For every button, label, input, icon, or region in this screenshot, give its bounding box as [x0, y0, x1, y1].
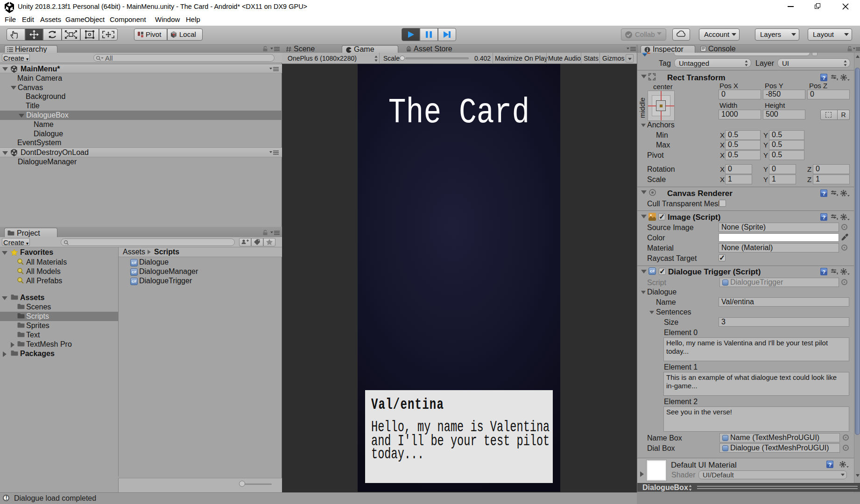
svg-text:?: ?	[822, 215, 825, 220]
svg-text:?: ?	[822, 191, 825, 196]
svg-text:?: ?	[828, 462, 832, 468]
svg-text:?: ?	[822, 75, 825, 81]
svg-text:?: ?	[822, 269, 825, 275]
